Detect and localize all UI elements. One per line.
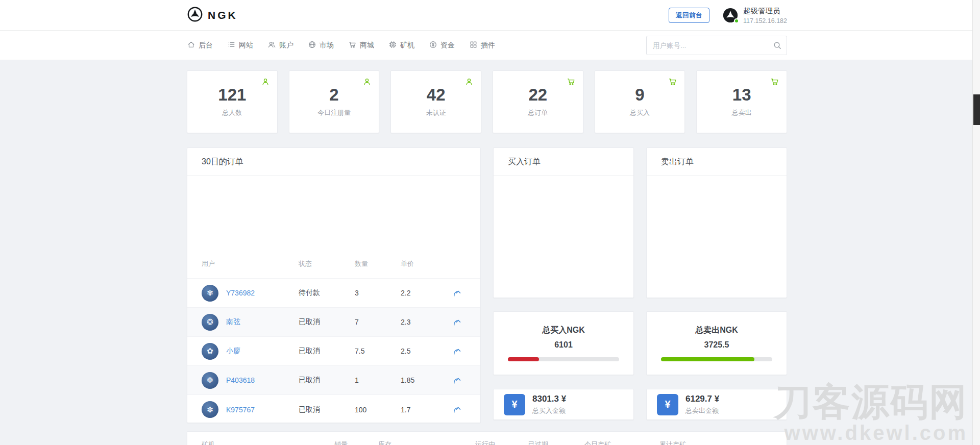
arrow-up-curved-icon[interactable]: [452, 376, 461, 385]
col-status: 状态: [299, 259, 355, 268]
row-status: 已取消: [299, 317, 355, 327]
nav-item-mall[interactable]: 商城: [348, 40, 374, 51]
miner-col-name: 矿机: [202, 440, 334, 445]
miner-panel: 矿机 销量 库存 运行中 已过期 今日产矿 累计产矿: [187, 431, 787, 445]
search-icon[interactable]: [772, 40, 782, 51]
row-price: 2.5: [401, 347, 447, 355]
user-ip: 117.152.16.182: [743, 17, 787, 24]
grid-icon: [469, 40, 478, 51]
stat-card-total-sell: 13总卖出: [696, 70, 787, 133]
sell-progress-fill: [661, 357, 754, 361]
miner-col-stock: 库存: [378, 440, 475, 445]
miner-col-running: 运行中: [475, 440, 528, 445]
globe-icon: [308, 40, 316, 51]
miner-col-expired: 已过期: [528, 440, 584, 445]
cart-icon: [348, 40, 357, 51]
sell-orders-panel: 卖出订单: [646, 147, 787, 298]
search-input[interactable]: [646, 36, 787, 55]
main-content: 121总人数2今日注册量42未认证22总订单9总买入13总卖出 30日的订单 用…: [187, 70, 787, 445]
buy-orders-panel: 买入订单: [493, 147, 634, 298]
watermark-line2: www.dkewl.com: [774, 423, 968, 443]
stat-value: 9: [635, 86, 644, 103]
row-username-link[interactable]: Y736982: [226, 289, 255, 297]
cpu-icon: [388, 40, 397, 51]
order-row: ❁P403618已取消11.85: [187, 366, 480, 395]
cart-icon: [770, 77, 779, 86]
navbar: 后台网站账户市场商城矿机资金插件: [0, 31, 980, 60]
stat-card-unverified: 42未认证: [390, 70, 481, 133]
stats-row: 121总人数2今日注册量42未认证22总订单9总买入13总卖出: [187, 70, 787, 133]
user-avatar: ✽: [202, 401, 218, 418]
nav-item-account[interactable]: 账户: [267, 40, 293, 51]
nav-item-site[interactable]: 网站: [227, 40, 253, 51]
list-icon: [227, 40, 236, 51]
row-status: 已取消: [299, 376, 355, 385]
topbar: NGK 返回前台 超级管理员 117.152.16.182: [0, 0, 980, 31]
row-username-link[interactable]: 小廖: [226, 347, 240, 356]
arrow-up-curved-icon[interactable]: [452, 318, 461, 327]
row-username-link[interactable]: K975767: [226, 406, 255, 414]
stat-card-today-registered: 2今日注册量: [289, 70, 380, 133]
row-status: 已取消: [299, 405, 355, 414]
stat-label: 总卖出: [732, 108, 752, 117]
nav-item-admin[interactable]: 后台: [187, 40, 213, 51]
stat-value: 121: [218, 86, 246, 103]
buy-orders-title: 买入订单: [494, 148, 633, 176]
arrow-up-curved-icon[interactable]: [452, 289, 461, 298]
col-price: 单价: [401, 259, 447, 268]
cart-icon: [567, 77, 576, 86]
row-qty: 1: [355, 376, 401, 384]
nav-item-plugin[interactable]: 插件: [469, 40, 495, 51]
user-meta[interactable]: 超级管理员 117.152.16.182: [743, 6, 787, 24]
nav-item-miner[interactable]: 矿机: [388, 40, 414, 51]
total-buy-ngk-value: 6101: [554, 340, 573, 350]
nav-item-funds[interactable]: 资金: [429, 40, 455, 51]
scrollbar-thumb[interactable]: [973, 94, 980, 125]
orders-panel-title: 30日的订单: [187, 148, 480, 176]
row-username-link[interactable]: 南弦: [226, 317, 240, 327]
arrow-up-curved-icon[interactable]: [452, 347, 461, 356]
row-price: 1.7: [401, 406, 447, 414]
nav-item-market[interactable]: 市场: [308, 40, 334, 51]
brand-name: NGK: [208, 9, 238, 21]
row-qty: 7.5: [355, 347, 401, 355]
sell-orders-title: 卖出订单: [647, 148, 787, 176]
watermark: 刀客源码网 www.dkewl.com: [774, 383, 968, 443]
miner-table-header: 矿机 销量 库存 运行中 已过期 今日产矿 累计产矿: [187, 440, 787, 445]
search-box: [646, 36, 787, 55]
total-sell-ngk-value: 3725.5: [704, 340, 729, 350]
stat-value: 22: [528, 86, 547, 103]
row-qty: 3: [355, 289, 401, 297]
orders-30d-panel: 30日的订单 用户 状态 数量 单价 ✾Y736982待付款32.2❂南弦已取消…: [187, 147, 481, 423]
sell-amount-label: 总卖出金额: [685, 406, 719, 415]
order-row: ✿小廖已取消7.52.5: [187, 337, 480, 366]
watermark-line1: 刀客源码网: [774, 383, 968, 421]
col-user: 用户: [202, 259, 299, 268]
ngk-logo-icon: [187, 6, 203, 24]
buy-progress-fill: [508, 357, 539, 361]
user-avatar: ❂: [202, 314, 218, 331]
brand: NGK: [187, 6, 238, 24]
user-avatar[interactable]: [723, 8, 738, 23]
col-qty: 数量: [355, 259, 401, 268]
row-username-link[interactable]: P403618: [226, 376, 255, 384]
orders-table-body: ✾Y736982待付款32.2❂南弦已取消72.3✿小廖已取消7.52.5❁P4…: [187, 279, 480, 423]
order-row: ✽K975767已取消1001.7: [187, 395, 480, 423]
stat-label: 未认证: [426, 108, 446, 117]
row-price: 2.2: [401, 289, 447, 297]
stat-value: 13: [732, 86, 751, 103]
miner-col-total: 累计产矿: [659, 440, 772, 445]
miner-col-today: 今日产矿: [584, 440, 659, 445]
admin-dashboard-page: NGK 返回前台 超级管理员 117.152.16.182 后台网站账户市场商城…: [0, 0, 980, 445]
coin-icon: [429, 40, 437, 51]
row-status: 待付款: [299, 288, 355, 298]
buy-amount-label: 总买入金额: [532, 406, 566, 415]
arrow-up-curved-icon[interactable]: [452, 405, 461, 414]
back-to-front-button[interactable]: 返回前台: [669, 8, 709, 23]
user-name: 超级管理员: [743, 6, 787, 16]
sell-amount-value: 6129.7 ¥: [685, 394, 719, 404]
row-price: 1.85: [401, 376, 447, 384]
stat-label: 总订单: [528, 108, 548, 117]
sell-progress-bar: [661, 357, 772, 361]
scrollbar: [972, 0, 980, 445]
